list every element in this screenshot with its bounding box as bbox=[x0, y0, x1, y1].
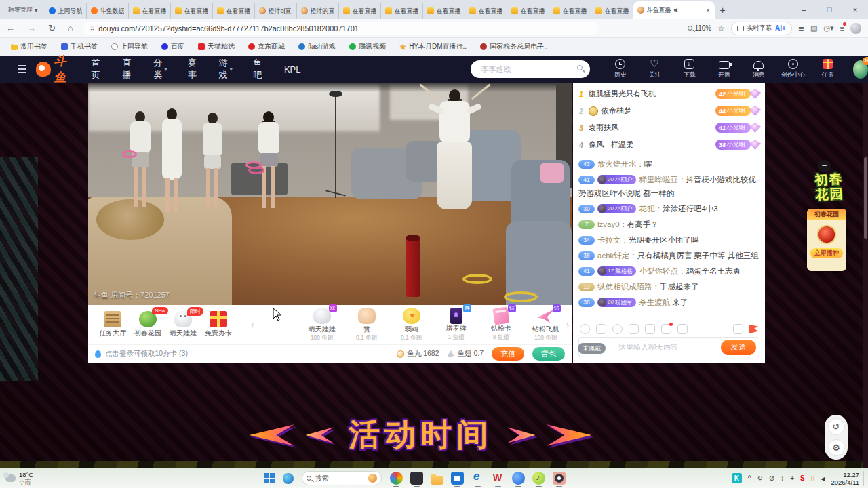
chevron-left-icon[interactable]: ‹ bbox=[247, 319, 258, 330]
promo-entry[interactable]: 任务大厅 bbox=[95, 311, 130, 338]
message-sender[interactable]: 花犯 bbox=[639, 205, 654, 213]
tab-close-icon[interactable]: × bbox=[706, 6, 710, 14]
nav-item[interactable]: 分类 ▾ bbox=[153, 57, 167, 81]
rank-row[interactable]: 2 依帝柚梦 44 小光明 bbox=[577, 102, 761, 119]
chat-input[interactable] bbox=[617, 338, 719, 357]
emoji-icon[interactable] bbox=[580, 324, 590, 334]
douyu-logo-icon[interactable] bbox=[36, 62, 50, 77]
taskbar-app-icon[interactable] bbox=[451, 472, 464, 485]
gift-item[interactable]: 钻 钻粉卡 8 鱼翅 bbox=[485, 308, 517, 342]
promo-entry[interactable]: 限时 晴天娃娃 bbox=[165, 311, 201, 338]
taskbar-clock[interactable]: 12:27 2026/4/11 bbox=[831, 471, 864, 486]
nav-item[interactable]: KPL ▾ bbox=[284, 64, 301, 75]
tray-icon[interactable] bbox=[781, 474, 784, 482]
recharge-button[interactable]: 充值 bbox=[492, 347, 524, 361]
forward-button[interactable]: → bbox=[21, 23, 42, 33]
promo-entry[interactable]: 免费办卡 bbox=[201, 311, 236, 338]
gift-item[interactable]: 弱鸡 0.1 鱼翅 bbox=[395, 308, 428, 342]
browser-tab[interactable]: 在看直播 bbox=[423, 3, 465, 19]
bookmark-item[interactable]: 天猫精选 bbox=[193, 40, 240, 54]
header-action[interactable]: 关注 bbox=[644, 59, 667, 79]
chat-message[interactable]: 7lzvay0：有高手？ bbox=[578, 218, 760, 231]
bookmark-item[interactable]: 京东商城 bbox=[243, 40, 290, 54]
taskbar-app-icon[interactable] bbox=[431, 472, 443, 485]
horn-icon[interactable] bbox=[596, 324, 606, 334]
browser-tab[interactable]: 在看直播 bbox=[381, 3, 423, 19]
danmu-settings-icon[interactable] bbox=[677, 324, 688, 334]
chevron-right-icon[interactable]: › bbox=[562, 319, 574, 330]
bookmark-item[interactable]: 腾讯视频 bbox=[344, 40, 391, 54]
browser-tab[interactable]: 在看直播 bbox=[507, 3, 549, 19]
sidebar-icon[interactable]: ≡ bbox=[840, 24, 844, 33]
address-bar[interactable]: ⠿ douyu.com/7201257?dyshid=ac66d9b-d7772… bbox=[83, 22, 599, 35]
fan-badge-wear-button[interactable]: 未佩戴 bbox=[578, 343, 606, 354]
nav-item[interactable]: 游戏 ▾ bbox=[219, 57, 233, 81]
bookmark-item[interactable]: 国家税务总局电子.. bbox=[475, 40, 553, 54]
taskbar-search[interactable]: 搜索 bbox=[302, 471, 382, 485]
settings-float-button[interactable]: ⚙ bbox=[828, 439, 845, 456]
reading-list-icon[interactable]: ≣ bbox=[798, 24, 804, 33]
login-tip[interactable]: 点击登录可领取10办卡 (3) bbox=[105, 349, 188, 359]
video-player[interactable]: 斗鱼 房间号：7201257 bbox=[88, 83, 572, 305]
taskbar-app-icon[interactable] bbox=[532, 472, 545, 485]
page-scrollbar[interactable] bbox=[863, 56, 868, 468]
taskbar-app-icon[interactable] bbox=[410, 472, 423, 485]
promo-entry[interactable]: New 初春花园 bbox=[130, 311, 165, 338]
browser-tab[interactable]: 橙汁的直 bbox=[297, 3, 339, 19]
message-sender[interactable]: 小梨你轻点 bbox=[639, 267, 678, 275]
reload-button[interactable]: ↻ bbox=[42, 23, 62, 33]
browser-tab[interactable]: 在看直播 bbox=[213, 3, 255, 19]
chat-message[interactable]: 3020小囧户花犯：涂涂还行吧4中3 bbox=[578, 202, 760, 216]
search-icon[interactable] bbox=[577, 65, 583, 70]
nav-item[interactable]: 鱼吧 ▾ bbox=[253, 57, 264, 81]
taskbar-app-icon[interactable] bbox=[390, 472, 403, 485]
header-action[interactable]: 创作中心 bbox=[782, 59, 805, 79]
site-search[interactable] bbox=[471, 60, 590, 78]
header-action[interactable]: 历史 bbox=[609, 59, 632, 79]
browser-tab[interactable]: 上网导航 bbox=[45, 3, 87, 19]
site-info-icon[interactable]: ⠿ bbox=[90, 25, 94, 32]
nav-item[interactable]: 赛事 ▾ bbox=[188, 57, 199, 81]
badge-icon[interactable] bbox=[612, 324, 623, 334]
backpack-button[interactable]: 背包 bbox=[532, 347, 565, 361]
message-sender[interactable]: 放火烧开水 bbox=[597, 160, 637, 168]
tray-icon[interactable] bbox=[821, 474, 825, 482]
rank-row[interactable]: 1 腹肌猛男光只有飞机 42 小光明 bbox=[577, 85, 761, 102]
tray-icon[interactable] bbox=[811, 474, 815, 482]
minimize-button[interactable]: – bbox=[791, 0, 816, 19]
maximize-button[interactable]: □ bbox=[816, 0, 842, 19]
gift-item[interactable]: 赞 0.1 鱼翅 bbox=[351, 308, 383, 342]
header-action[interactable]: 下载 bbox=[678, 59, 701, 79]
scrollbar-thumb[interactable] bbox=[864, 157, 867, 239]
browser-tab[interactable]: 在看直播 bbox=[591, 3, 633, 19]
message-sender[interactable]: achk钎定 bbox=[597, 251, 629, 260]
gift-item[interactable]: 屏 塔罗牌 1 鱼翅 bbox=[440, 308, 473, 342]
close-button[interactable]: × bbox=[842, 0, 868, 19]
browser-tab[interactable]: 在看直播 bbox=[339, 3, 381, 19]
user-avatar[interactable]: 10 bbox=[853, 60, 868, 79]
message-sender[interactable]: 杀生渡航 bbox=[639, 298, 670, 306]
tray-icon[interactable] bbox=[748, 474, 751, 482]
card-icon[interactable] bbox=[645, 324, 655, 334]
tray-icon[interactable] bbox=[769, 474, 774, 482]
list-icon[interactable] bbox=[733, 324, 743, 334]
start-button[interactable] bbox=[264, 473, 275, 483]
gift-item[interactable]: 双 晴天娃娃 100 鱼翅 bbox=[306, 308, 338, 342]
home-button[interactable]: ⌂ bbox=[62, 23, 79, 33]
browser-tab[interactable]: 在看直播 bbox=[129, 3, 171, 19]
tray-icon[interactable] bbox=[790, 474, 794, 482]
chat-message[interactable]: 38achk钎定：只有橘橘真厉害 栗子中等 其他三组 bbox=[578, 249, 760, 262]
k-app-icon[interactable]: K bbox=[732, 473, 742, 483]
plugin-icon[interactable] bbox=[661, 324, 671, 334]
tab-manager-button[interactable]: 标签管理 ▾ bbox=[0, 5, 45, 19]
history-float-button[interactable]: ↺ bbox=[828, 418, 845, 435]
folder-icon[interactable]: ▤ bbox=[810, 24, 817, 33]
chat-message[interactable]: 3620粉团军杀生渡航 来了 bbox=[578, 296, 760, 309]
tray-icon[interactable] bbox=[800, 474, 805, 482]
message-sender[interactable]: 稀里哗啦豆 bbox=[639, 176, 678, 184]
history-icon[interactable]: ◷▾ bbox=[823, 24, 833, 33]
browser-tab[interactable]: 斗鱼数据 bbox=[87, 3, 129, 19]
chat-message[interactable]: 43放火烧开水：嚯 bbox=[578, 157, 760, 171]
taskbar-app-icon[interactable] bbox=[471, 472, 484, 485]
profile-avatar[interactable] bbox=[850, 23, 861, 34]
